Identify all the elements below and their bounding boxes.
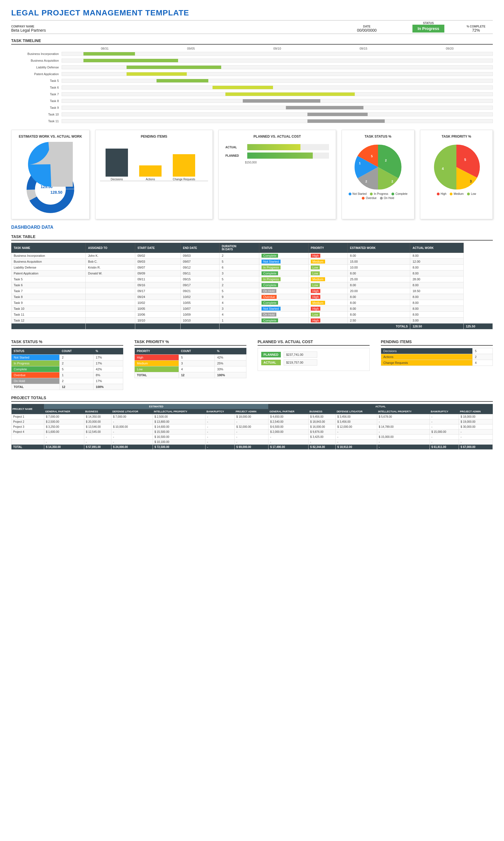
gantt-bar [307, 113, 367, 116]
svg-text:3: 3 [470, 179, 472, 183]
task-status-pie-container: 2 2 2 1 5 [346, 142, 410, 192]
bar-decisions-label: Decisions [111, 178, 123, 181]
legend-in-progress-label: In Progress [374, 192, 388, 195]
gantt-header: 08/31 09/05 09/10 09/15 09/20 [61, 47, 493, 50]
svg-text:4: 4 [442, 167, 444, 171]
date-label: DATE [336, 25, 398, 28]
hbar-actual-row: ACTUAL [226, 144, 329, 150]
task-table-title: TASK TABLE [11, 234, 493, 241]
task-table-body: Business IncorporationJohn K.09/0209/032… [12, 253, 493, 329]
list-item: Change Requests4 [381, 360, 493, 366]
pa-actual-row: ACTUAL $219,757.00 [261, 359, 366, 365]
gantt-row: Task 11 [11, 118, 493, 124]
table-row: Project 4$ 1,600.00$ 12,545.00-$ 15,500.… [12, 429, 493, 434]
gantt-row: Task 8 [11, 98, 493, 104]
company-value: Beta Legal Partners [11, 28, 336, 33]
pending-items-section: PENDING ITEMS Decisions5Actions2Change R… [381, 335, 493, 390]
legend-in-progress-dot [370, 193, 373, 195]
company-label: COMPANY NAME [11, 25, 336, 28]
svg-text:2: 2 [365, 180, 367, 183]
gantt-row: Task 9 [11, 105, 493, 111]
th-est-bank: BANKRUPTCY [205, 409, 234, 414]
status-label: STATUS [398, 21, 459, 25]
planned-actual-cost-title: PLANNED VS. ACTUAL COST [223, 135, 331, 138]
gantt-track [61, 106, 493, 109]
legend-not-started-label: Not Started [353, 192, 367, 195]
gantt-bar [226, 92, 355, 96]
gantt-track [61, 92, 493, 96]
gantt-track [61, 79, 493, 83]
task-priority-stats: TASK PRIORITY % PRIORITY COUNT % High542… [134, 335, 247, 390]
task-priority-pie-svg: 5 3 4 [431, 142, 482, 192]
task-status-body: Not Started217%In Progress217%Complete54… [12, 355, 123, 390]
page-title: LEGAL PROJECT MANAGEMENT TEMPLATE [11, 8, 493, 17]
gantt-title: TASK TIMELINE [11, 38, 493, 45]
pending-items-body: Decisions5Actions2Change Requests4 [381, 348, 493, 366]
hbar-section: ACTUAL PLANNED $150,000 [223, 142, 331, 166]
task-priority-header: PRIORITY COUNT % [135, 348, 247, 355]
legend-on-hold-label: On Hold [384, 196, 394, 200]
gantt-task-label: Task 9 [11, 106, 61, 109]
planned-actual-cost-section: PLANNED VS. ACTUAL COST PLANNED $237,741… [257, 335, 370, 390]
th-count-col: COUNT [59, 348, 93, 355]
svg-text:128.50: 128.50 [50, 190, 62, 194]
table-row: Task 1110/0610/094On HoldLow8.008.00 [12, 312, 493, 317]
th-pct-col: % [93, 348, 123, 355]
th-act-def: DEFENSE LITIGATOR [336, 409, 377, 414]
th-act-ip: INTELLECTUAL PROPERTY [377, 409, 430, 414]
table-row: Project 1$ 7,000.00$ 14,350.00$ 7,000.00… [12, 414, 493, 419]
gantt-track [61, 52, 493, 56]
gantt-chart: 08/31 09/05 09/10 09/15 09/20 Business I… [11, 47, 493, 124]
task-priority-pie-legend: High Medium Low [425, 192, 488, 195]
legend-low: Low [467, 192, 476, 195]
task-priority-pie-container: 5 3 4 [425, 142, 488, 192]
gantt-bar [286, 106, 363, 109]
gantt-date-4: 09/15 [320, 47, 407, 50]
gantt-task-label: Patent Application [11, 72, 61, 76]
date-section: DATE 00/00/0000 [336, 25, 398, 33]
gantt-track [61, 113, 493, 116]
est-actual-title: ESTIMATED WORK VS. ACTUAL WORK [16, 135, 85, 138]
complete-value: 72% [459, 28, 493, 33]
project-totals-body: Project 1$ 7,000.00$ 14,350.00$ 7,000.00… [12, 414, 493, 450]
project-totals-row: TOTAL$ 14,350.00$ 57,891.00$ 24,000.00$ … [12, 445, 493, 450]
legend-medium-dot [450, 193, 452, 195]
th-start-date: START DATE [135, 243, 180, 253]
legend-overdue: Overdue [362, 196, 376, 200]
th-assigned-to: ASSIGNED TO [86, 243, 135, 253]
th-project-name: PROJECT NAME [12, 404, 44, 414]
project-totals-table: PROJECT NAME ESTIMATED ACTUAL GENERAL PA… [11, 404, 493, 450]
gantt-bar [127, 66, 221, 69]
gantt-track [61, 86, 493, 89]
task-priority-table-title: TASK PRIORITY % [134, 340, 247, 346]
th-act-pa: PROJECT ADMIN [459, 409, 493, 414]
svg-text:5: 5 [371, 154, 373, 158]
legend-low-label: Low [471, 192, 476, 195]
table-row: Task 809/2410/029OverdueHigh8.008.00 [12, 294, 493, 300]
task-totals-row: TOTALS128.50125.50 [12, 324, 493, 329]
legend-not-started: Not Started [348, 192, 367, 195]
legend-high: High [437, 192, 447, 195]
legend-not-started-dot [348, 193, 352, 195]
table-row: Task 1010/0510/073Not StartedHigh8.008.0… [12, 306, 493, 312]
gantt-track [61, 65, 493, 69]
th-pri-count-col: COUNT [179, 348, 215, 355]
table-row: Business IncorporationJohn K.09/0209/032… [12, 253, 493, 259]
th-end-date: END DATE [181, 243, 219, 253]
task-priority-pie-chart: TASK PRIORITY % 5 3 4 High [420, 130, 493, 219]
th-priority-col: PRIORITY [135, 348, 179, 355]
table-row: Business AcquisitionBob C.09/0309/075Not… [12, 259, 493, 264]
pending-bar-group: Decisions Actions Change Requests [100, 142, 208, 181]
hbar-actual-label: ACTUAL [226, 146, 245, 149]
hbar-planned-track [247, 153, 329, 159]
task-priority-table: PRIORITY COUNT % High542%Medium325%Low43… [134, 348, 247, 378]
company-section: COMPANY NAME Beta Legal Partners [11, 25, 336, 33]
table-row: Task 509/1109/155In ProgressMedium25.002… [12, 276, 493, 282]
complete-section: % COMPLETE 72% [459, 25, 493, 33]
planned-actual-box: PLANNED $237,741.00 ACTUAL $219,757.00 [257, 348, 370, 371]
table-row: Patent ApplicationDonald W.09/0909/113Co… [12, 271, 493, 276]
th-act-bank: BANKRUPTCY [430, 409, 458, 414]
est-actual-svg [28, 142, 73, 187]
gantt-row: Task 6 [11, 84, 493, 90]
gantt-task-label: Liability Defense [11, 66, 61, 69]
